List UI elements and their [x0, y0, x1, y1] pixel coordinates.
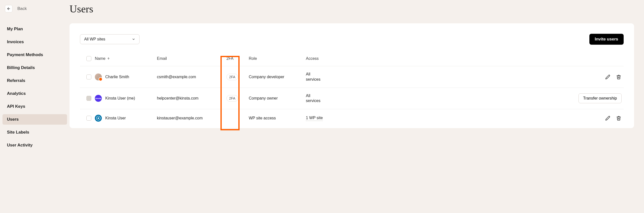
- row-checkbox[interactable]: [86, 116, 91, 121]
- user-name: Kinsta User (me): [105, 96, 135, 100]
- select-all-checkbox[interactable]: [86, 56, 91, 61]
- user-access: 1 WP site: [306, 116, 333, 121]
- table-row: kinstaKinsta User (me)helpcenter@kinsta.…: [80, 88, 624, 110]
- sidebar-item-billing-details[interactable]: Billing Details: [2, 62, 67, 73]
- site-filter-value: All WP sites: [84, 37, 105, 42]
- svg-point-3: [98, 118, 99, 119]
- user-name: Kinsta User: [105, 116, 126, 120]
- trash-icon[interactable]: [616, 115, 622, 121]
- user-email: kinstauser@example.com: [157, 116, 226, 120]
- arrow-up-icon: [107, 57, 110, 60]
- sidebar-item-payment-methods[interactable]: Payment Methods: [2, 50, 67, 60]
- edit-icon[interactable]: [605, 74, 611, 80]
- column-header-email: Email: [157, 56, 226, 61]
- invite-users-button[interactable]: Invite users: [590, 34, 624, 45]
- sidebar-item-invoices[interactable]: Invoices: [2, 37, 67, 47]
- users-card: All WP sites Invite users Name Email 2FA: [70, 23, 634, 128]
- row-checkbox[interactable]: [86, 74, 91, 80]
- column-header-2fa: 2FA: [226, 56, 249, 61]
- arrow-left-icon: [7, 7, 11, 11]
- edit-icon[interactable]: [605, 115, 611, 121]
- users-table: Name Email 2FA Role Access Charlie Smith…: [80, 54, 624, 128]
- column-header-access: Access: [306, 56, 333, 61]
- sidebar-item-referrals[interactable]: Referrals: [2, 76, 67, 86]
- table-row: Charlie Smithcsmith@example.com2FACompan…: [80, 66, 624, 88]
- sidebar-item-users[interactable]: Users: [2, 114, 67, 124]
- back-label: Back: [18, 6, 27, 11]
- column-header-role: Role: [249, 56, 306, 61]
- page-title: Users: [70, 3, 634, 15]
- user-email: helpcenter@kinsta.com: [157, 96, 226, 100]
- 2fa-badge: 2FA: [226, 95, 238, 102]
- sidebar-item-api-keys[interactable]: API Keys: [2, 101, 67, 112]
- sidebar-item-user-activity[interactable]: User Activity: [2, 140, 67, 150]
- user-email: csmith@example.com: [157, 75, 226, 79]
- back-button[interactable]: [5, 5, 12, 12]
- column-header-name-label: Name: [95, 56, 106, 61]
- column-header-name[interactable]: Name: [95, 56, 157, 61]
- user-role: WP site access: [249, 116, 306, 120]
- sidebar-item-analytics[interactable]: Analytics: [2, 88, 67, 99]
- sidebar-item-site-labels[interactable]: Site Labels: [2, 127, 67, 138]
- transfer-ownership-button[interactable]: Transfer ownership: [578, 93, 622, 103]
- avatar: [95, 115, 102, 122]
- row-checkbox: [86, 96, 91, 101]
- user-role: Company owner: [249, 96, 306, 100]
- site-filter-select[interactable]: All WP sites: [80, 34, 140, 44]
- avatar: [95, 74, 102, 80]
- table-header-row: Name Email 2FA Role Access: [80, 54, 624, 66]
- avatar: kinsta: [95, 95, 102, 102]
- chevron-down-icon: [132, 38, 135, 41]
- user-access: Allservices: [306, 72, 333, 82]
- trash-icon[interactable]: [616, 74, 622, 80]
- sidebar-nav: My PlanInvoicesPayment MethodsBilling De…: [0, 24, 70, 153]
- user-name: Charlie Smith: [105, 75, 129, 79]
- sidebar-item-my-plan[interactable]: My Plan: [2, 24, 67, 34]
- user-access: Allservices: [306, 93, 333, 104]
- user-role: Company developer: [249, 75, 306, 79]
- access-link[interactable]: 1 WP site: [306, 116, 323, 121]
- 2fa-badge: 2FA: [226, 74, 238, 80]
- table-row: Kinsta Userkinstauser@example.comWP site…: [80, 109, 624, 128]
